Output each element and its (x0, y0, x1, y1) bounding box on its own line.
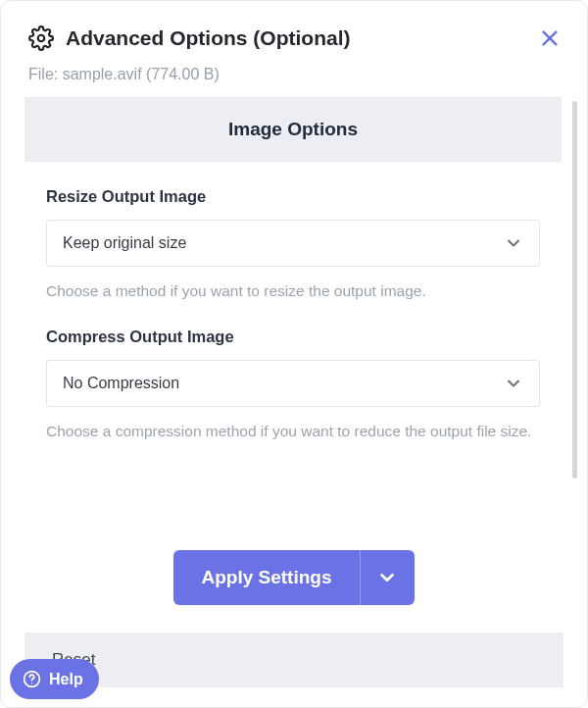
file-info: File: sample.avif (774.00 B) (1, 66, 587, 97)
resize-label: Resize Output Image (46, 187, 540, 206)
compress-selected-value: No Compression (63, 375, 179, 392)
apply-menu-button[interactable] (360, 550, 415, 605)
reset-button[interactable]: Reset (24, 632, 564, 687)
gear-icon (28, 25, 54, 51)
resize-select[interactable]: Keep original size (46, 220, 540, 267)
dialog-header: Advanced Options (Optional) (1, 1, 587, 66)
compress-help-text: Choose a compression method if you want … (46, 421, 540, 442)
dialog-actions: Apply Settings Reset (24, 550, 564, 687)
apply-button[interactable]: Apply Settings (173, 550, 359, 605)
compress-label: Compress Output Image (46, 328, 540, 346)
file-label: File: (28, 66, 58, 82)
file-size: (774.00 B) (146, 66, 220, 82)
section-title: Image Options (24, 97, 562, 162)
scrollbar[interactable] (572, 101, 577, 479)
options-scroll-area: Image Options Resize Output Image Keep o… (24, 97, 579, 509)
svg-point-4 (31, 683, 32, 683)
compress-select[interactable]: No Compression (46, 360, 540, 407)
resize-option-group: Resize Output Image Keep original size C… (24, 162, 562, 302)
help-label: Help (49, 671, 83, 688)
chevron-down-icon (504, 233, 523, 253)
help-icon (22, 669, 42, 689)
chevron-down-icon (376, 567, 398, 588)
dialog-title: Advanced Options (Optional) (66, 26, 536, 50)
chevron-down-icon (504, 374, 523, 393)
svg-point-0 (38, 35, 45, 42)
compress-option-group: Compress Output Image No Compression Cho… (24, 302, 562, 442)
help-button[interactable]: Help (10, 659, 99, 699)
apply-button-group: Apply Settings (173, 550, 414, 605)
close-button[interactable] (536, 25, 564, 52)
resize-help-text: Choose a method if you want to resize th… (46, 280, 540, 302)
file-name: sample.avif (63, 66, 142, 82)
resize-selected-value: Keep original size (63, 234, 186, 252)
